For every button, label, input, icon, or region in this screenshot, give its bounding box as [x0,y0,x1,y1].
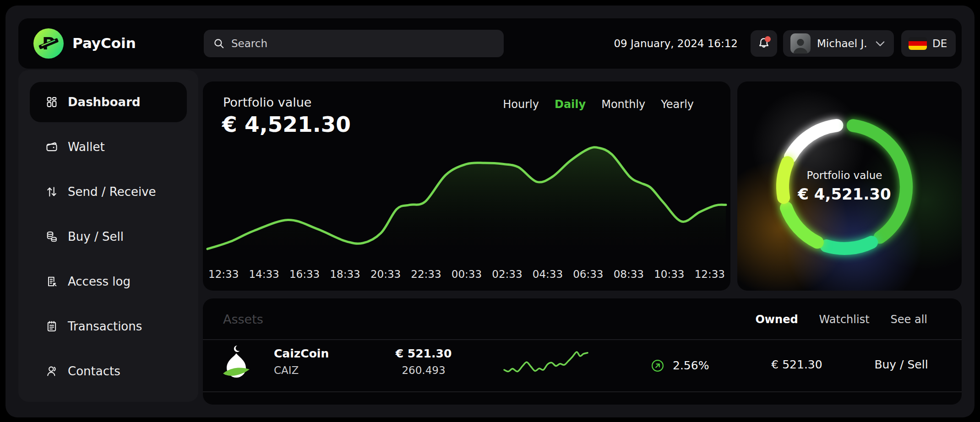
portfolio-label: Portfolio value [223,95,311,109]
asset-row-caizcoin[interactable]: CaizCoin CAIZ € 521.30 260.493 2.56% € 5… [203,340,962,391]
donut-center-text: Portfolio value € 4,521.30 [737,81,952,291]
tab-see-all[interactable]: See all [891,313,927,326]
dashboard-icon [45,95,59,109]
portfolio-line-chart [207,140,726,263]
asset-sparkline [504,349,588,381]
portfolio-value: € 4,521.30 [222,112,351,137]
tab-yearly[interactable]: Yearly [661,98,694,111]
sidebar-item-label: Transactions [68,319,142,333]
asset-price: € 521.30 [382,347,465,360]
portfolio-donut-card: Portfolio value € 4,521.30 [737,81,962,291]
sidebar-item-label: Buy / Sell [68,230,124,243]
header-bar: P PayCoin 09 January, 2024 16:12 [18,18,962,69]
profile-menu[interactable]: Michael J. [783,30,894,57]
app-window: P PayCoin 09 January, 2024 16:12 [5,5,975,417]
datetime-label: 09 January, 2024 16:12 [614,18,738,69]
assets-title: Assets [223,312,263,326]
tab-watchlist[interactable]: Watchlist [819,313,870,326]
asset-symbol: CAIZ [274,364,299,376]
language-selector[interactable]: DE [901,30,956,57]
sidebar-item-contacts[interactable]: Contacts [30,351,187,391]
asset-change-value: 2.56% [673,359,709,372]
user-name: Michael J. [817,38,867,49]
wallet-icon [45,140,59,154]
sidebar-item-label: Wallet [68,140,105,154]
brand-title: PayCoin [72,35,136,51]
paycoin-logo-icon: P [32,27,65,60]
trend-up-icon [651,359,664,373]
sidebar-item-label: Access log [68,275,131,288]
search-input[interactable] [231,38,495,49]
language-label: DE [932,38,947,49]
flag-de-icon [909,37,927,50]
tab-hourly[interactable]: Hourly [503,98,539,111]
assets-tabs: Owned Watchlist See all [755,313,927,326]
contacts-icon [45,364,59,378]
sidebar-item-label: Contacts [68,364,120,378]
asset-name: CaizCoin [274,347,329,360]
sidebar-item-send-receive[interactable]: Send / Receive [30,172,187,212]
sidebar-item-access-log[interactable]: Access log [30,261,187,302]
buy-sell-icon [45,230,59,243]
x-axis-labels: 12:3314:33 16:3318:33 20:3322:33 00:3302… [205,268,729,280]
sidebar-item-wallet[interactable]: Wallet [30,127,187,167]
asset-total-value: € 521.30 [751,358,843,371]
sidebar-item-buy-sell[interactable]: Buy / Sell [30,216,187,257]
range-tabs: Hourly Daily Monthly Yearly [503,98,694,111]
caizcoin-icon [222,344,250,384]
sidebar-item-dashboard[interactable]: Dashboard [30,82,187,122]
row-divider [203,391,962,392]
notifications-button[interactable] [751,30,777,57]
transactions-icon [45,319,59,333]
avatar [790,33,811,54]
notification-dot [765,36,771,42]
sidebar-item-label: Send / Receive [68,185,156,199]
send-receive-icon [45,185,59,199]
access-log-icon [45,275,59,288]
sidebar-item-transactions[interactable]: Transactions [30,306,187,346]
donut-value: € 4,521.30 [798,185,891,203]
donut-label: Portfolio value [807,169,882,181]
tab-daily[interactable]: Daily [555,98,586,111]
sidebar: Dashboard Wallet Send / Receive [18,70,198,402]
asset-amount: 260.493 [382,364,465,376]
search-icon [213,38,225,49]
tab-owned[interactable]: Owned [755,313,798,326]
tab-monthly[interactable]: Monthly [601,98,645,111]
search-box[interactable] [204,30,504,57]
buy-sell-link[interactable]: Buy / Sell [851,358,952,371]
portfolio-chart-card: Portfolio value € 4,521.30 Hourly Daily … [203,81,730,291]
assets-card: Assets Owned Watchlist See all CaizCoin … [203,298,962,405]
asset-change: 2.56% [651,340,709,391]
chevron-down-icon [874,37,887,50]
sidebar-item-label: Dashboard [68,95,141,109]
